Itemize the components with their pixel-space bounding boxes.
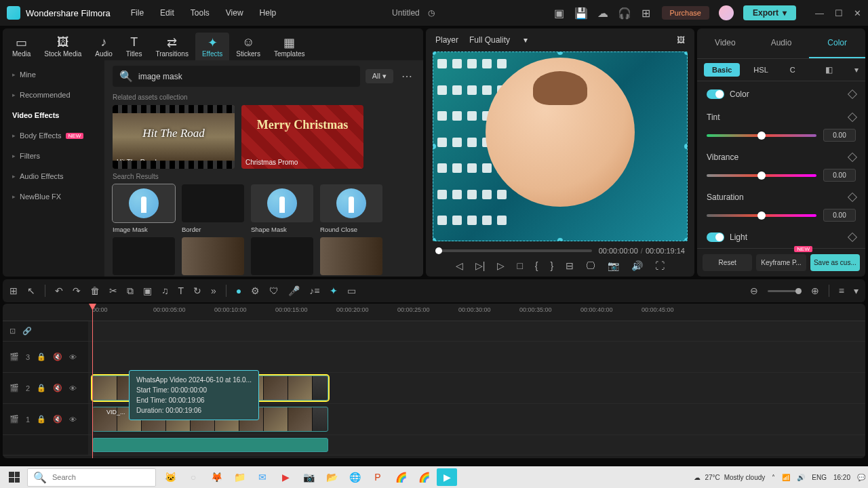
mute-icon[interactable]: 🔇 xyxy=(53,415,62,424)
tl-enhance-button[interactable]: ✦ xyxy=(330,285,338,296)
more-options-button[interactable]: ⋯ xyxy=(399,70,415,83)
grid-icon[interactable]: ⊞ xyxy=(640,7,652,19)
display-button[interactable]: 🖵 xyxy=(586,260,595,271)
tb-app2[interactable]: ▶ xyxy=(275,468,296,486)
result-item[interactable] xyxy=(320,237,382,275)
chain-icon[interactable]: 🔗 xyxy=(22,327,32,336)
zoom-out-button[interactable]: ⊖ xyxy=(750,285,758,296)
result-round-close[interactable]: Round Close xyxy=(320,184,382,222)
keyframe-button[interactable] xyxy=(848,232,857,242)
menu-edit[interactable]: Edit xyxy=(160,8,174,18)
result-item[interactable] xyxy=(113,237,175,275)
mute-icon[interactable]: 🔇 xyxy=(53,384,62,392)
tab-stickers[interactable]: ☺Stickers xyxy=(229,33,267,60)
play-backward-button[interactable]: ▷| xyxy=(475,260,486,271)
tl-more-button[interactable]: » xyxy=(211,285,216,296)
result-shape-mask[interactable]: Shape Mask xyxy=(251,184,313,222)
tb-firefox[interactable]: 🦊 xyxy=(206,468,226,486)
inspector-tab-audio[interactable]: Audio xyxy=(753,28,810,58)
tab-titles[interactable]: TTitles xyxy=(119,33,149,60)
saturation-slider[interactable] xyxy=(707,214,816,217)
subtab-hsl[interactable]: HSL xyxy=(745,63,776,77)
menu-help[interactable]: Help xyxy=(260,8,277,18)
split-view-button[interactable]: ⊟ xyxy=(566,260,574,271)
result-item[interactable] xyxy=(182,237,244,275)
tl-speed-button[interactable]: ↻ xyxy=(193,285,201,296)
category-filters[interactable]: ▸Filters xyxy=(3,146,104,166)
keyframe-button[interactable] xyxy=(848,89,857,99)
filter-all-dropdown[interactable]: All ▾ xyxy=(366,69,393,83)
tint-slider[interactable] xyxy=(707,134,816,137)
timeline-ruler[interactable]: 00:00 00:00:05:00 00:00:10:00 00:00:15:0… xyxy=(3,304,865,321)
preview-canvas[interactable] xyxy=(433,52,688,241)
reset-button[interactable]: Reset xyxy=(703,254,752,271)
resize-handle[interactable] xyxy=(557,52,563,55)
tl-redo-button[interactable]: ↷ xyxy=(73,285,81,296)
tb-chrome2[interactable]: 🌈 xyxy=(414,468,434,486)
category-video-effects[interactable]: Video Effects xyxy=(3,105,104,125)
tray-volume-icon[interactable]: 🔊 xyxy=(797,474,805,481)
taskbar-search[interactable]: 🔍 xyxy=(27,468,156,487)
mark-in-button[interactable]: { xyxy=(535,260,538,271)
compare-button[interactable]: ◧ xyxy=(825,65,833,75)
stop-button[interactable]: □ xyxy=(517,260,522,271)
tl-shield-button[interactable]: 🛡 xyxy=(269,285,279,296)
menu-file[interactable]: File xyxy=(131,8,144,18)
purchase-button[interactable]: Purchase xyxy=(662,6,709,20)
tray-wifi-icon[interactable]: 📶 xyxy=(782,474,790,481)
resize-handle[interactable] xyxy=(433,52,436,55)
tb-powerpoint[interactable]: P xyxy=(368,468,388,486)
keyframe-panel-button[interactable]: Keyframe P... xyxy=(756,254,806,271)
tb-mail[interactable]: ✉ xyxy=(252,468,273,486)
slider-thumb[interactable] xyxy=(757,131,766,140)
subtab-basic[interactable]: Basic xyxy=(704,63,740,77)
save-custom-button[interactable]: Save as cus... xyxy=(810,254,860,271)
result-item[interactable] xyxy=(251,237,313,275)
tab-templates[interactable]: ▦Templates xyxy=(267,33,312,60)
tl-view-drop[interactable]: ▾ xyxy=(854,285,859,296)
save-icon[interactable]: 💾 xyxy=(575,7,587,19)
prev-frame-button[interactable]: ◁ xyxy=(456,260,463,271)
vibrance-slider[interactable] xyxy=(707,174,816,177)
eye-icon[interactable]: 👁 xyxy=(69,415,77,424)
volume-button[interactable]: 🔊 xyxy=(631,260,643,271)
tl-view-button[interactable]: ≡ xyxy=(839,285,844,296)
menu-view[interactable]: View xyxy=(226,8,243,18)
weather-widget[interactable]: ☁27°CMostly cloudy xyxy=(694,474,765,481)
tl-text-button[interactable]: T xyxy=(178,285,184,296)
tb-edge[interactable]: 🌐 xyxy=(344,468,365,486)
maximize-button[interactable]: ☐ xyxy=(835,8,843,18)
tl-frame-button[interactable]: ▭ xyxy=(347,285,356,296)
tl-undo-button[interactable]: ↶ xyxy=(55,285,63,296)
avatar[interactable] xyxy=(719,5,734,20)
result-border[interactable]: Border xyxy=(182,184,244,222)
resize-handle[interactable] xyxy=(557,238,563,241)
audio-clip[interactable] xyxy=(92,438,328,452)
color-toggle[interactable] xyxy=(707,89,724,99)
tl-select-button[interactable]: ↖ xyxy=(27,285,35,296)
tb-cortana[interactable]: ○ xyxy=(183,468,203,486)
tab-transitions[interactable]: ⇄Transitions xyxy=(149,33,195,60)
tl-green-button[interactable]: ● xyxy=(236,285,241,296)
zoom-slider[interactable] xyxy=(768,290,802,292)
zoom-in-button[interactable]: ⊕ xyxy=(811,285,819,296)
result-image-mask[interactable]: Image Mask xyxy=(113,184,175,222)
keyframe-button[interactable] xyxy=(848,113,857,122)
tb-app[interactable]: 🐱 xyxy=(160,468,180,486)
search-box[interactable]: 🔍 xyxy=(113,66,360,87)
tb-files[interactable]: 📂 xyxy=(321,468,342,486)
play-button[interactable]: ▷ xyxy=(497,260,505,271)
tl-gear-button[interactable]: ⚙ xyxy=(251,285,260,296)
category-mine[interactable]: ▸Mine xyxy=(3,64,104,85)
tl-delete-button[interactable]: 🗑 xyxy=(90,285,100,296)
tab-media[interactable]: ▭Media xyxy=(5,33,37,60)
light-toggle[interactable] xyxy=(707,232,724,242)
tb-explorer[interactable]: 📁 xyxy=(229,468,250,486)
inspector-tab-color[interactable]: Color xyxy=(809,28,865,58)
tl-mic-button[interactable]: 🎤 xyxy=(288,285,300,296)
category-audio-effects[interactable]: ▸Audio Effects xyxy=(3,166,104,186)
tray-time[interactable]: 16:20 xyxy=(833,474,850,481)
link-icon[interactable]: ⊡ xyxy=(9,327,16,336)
mark-out-button[interactable]: } xyxy=(551,260,554,271)
playhead[interactable] xyxy=(92,304,93,458)
